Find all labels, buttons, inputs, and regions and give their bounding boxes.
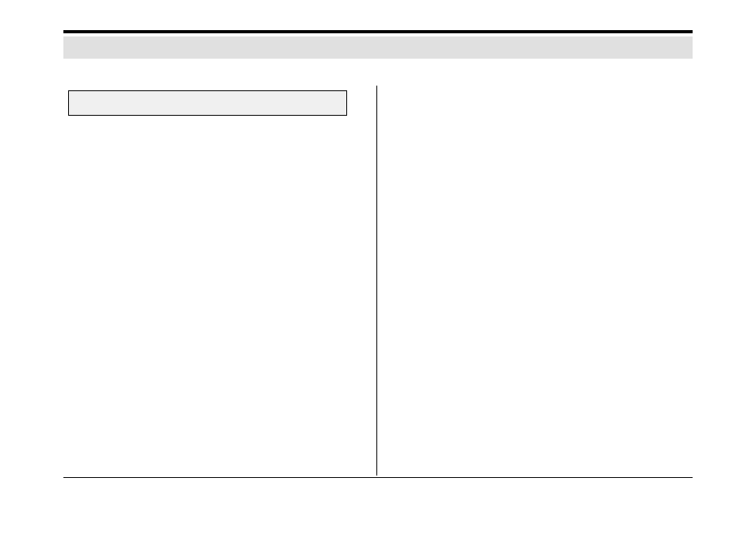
callout-box-text	[69, 91, 346, 101]
right-column	[388, 86, 693, 477]
bottom-horizontal-rule	[63, 477, 693, 478]
top-horizontal-rule	[63, 30, 693, 33]
two-column-body	[63, 86, 693, 477]
callout-box	[68, 90, 347, 116]
left-column	[63, 86, 366, 477]
column-divider	[376, 86, 377, 476]
header-band	[63, 36, 693, 59]
document-page	[0, 0, 756, 535]
